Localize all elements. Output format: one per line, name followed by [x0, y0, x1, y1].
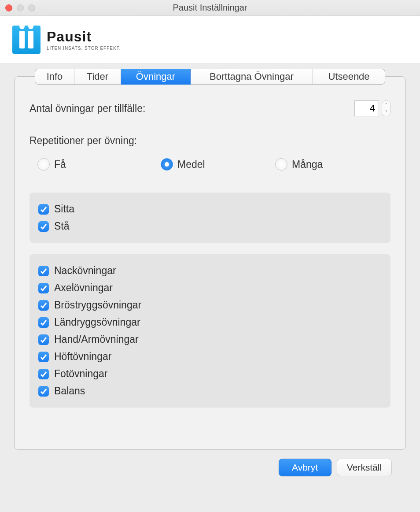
tab-container: Info Tider Övningar Borttagna Övningar U… [14, 76, 406, 450]
count-label: Antal övningar per tillfälle: [29, 103, 145, 115]
check-icon [40, 319, 47, 326]
checkbox-sitta-label: Sitta [54, 203, 74, 215]
app-logo-text: Pausit LITEN INSATS. STOR EFFEKT. [47, 29, 121, 51]
checkbox-axel-box [38, 283, 49, 293]
check-icon [40, 206, 47, 213]
count-row: Antal övningar per tillfälle: ˄ ˅ [29, 100, 391, 116]
radio-few[interactable]: Få [37, 158, 161, 171]
radio-medium[interactable]: Medel [161, 158, 275, 171]
radio-few-indicator [37, 158, 50, 171]
window-controls [5, 4, 35, 11]
content-area: Info Tider Övningar Borttagna Övningar U… [0, 64, 420, 512]
check-icon [40, 267, 47, 275]
count-stepper[interactable]: ˄ ˅ [382, 100, 391, 116]
window-title: Pausit Inställningar [5, 3, 415, 13]
reps-radio-group: Få Medel Många [29, 158, 391, 171]
minimize-window-button[interactable] [17, 4, 24, 11]
radio-many[interactable]: Många [275, 158, 323, 171]
close-window-button[interactable] [5, 4, 12, 11]
checkbox-handarm-label: Hand/Armövningar [54, 334, 139, 345]
tabs-row: Info Tider Övningar Borttagna Övningar U… [35, 69, 385, 85]
checkbox-fot-label: Fotövningar [54, 368, 107, 380]
checkbox-hoft-label: Höftövningar [54, 351, 111, 363]
footer-buttons: Avbryt Verkställ [14, 450, 406, 486]
checkbox-hoft[interactable]: Höftövningar [38, 348, 382, 365]
app-logo-icon [12, 26, 41, 54]
checkbox-sitta-box [38, 204, 49, 215]
check-icon [40, 223, 47, 230]
tab-body-ovningar: Antal övningar per tillfälle: ˄ ˅ Repeti… [15, 77, 405, 428]
radio-many-label: Många [292, 159, 323, 171]
checkbox-brostrygg-label: Bröstryggsövningar [54, 299, 141, 311]
checkbox-nack[interactable]: Nackövningar [38, 262, 382, 279]
checkbox-brostrygg-box [38, 300, 49, 311]
checkbox-handarm[interactable]: Hand/Armövningar [38, 331, 382, 348]
positions-group: Sitta Stå [29, 193, 391, 243]
categories-group: Nackövningar Axelövningar Bröstryggsövni… [29, 254, 391, 408]
titlebar: Pausit Inställningar [0, 0, 420, 16]
check-icon [40, 353, 47, 360]
checkbox-balans-box [38, 386, 49, 397]
radio-medium-label: Medel [177, 159, 205, 171]
zoom-window-button[interactable] [28, 4, 35, 11]
count-input[interactable] [354, 100, 379, 116]
check-icon [40, 388, 47, 395]
checkbox-landrygg[interactable]: Ländryggsövningar [38, 314, 382, 331]
tab-info[interactable]: Info [35, 69, 74, 85]
tab-utseende[interactable]: Utseende [313, 69, 385, 85]
checkbox-fot[interactable]: Fotövningar [38, 365, 382, 382]
chevron-up-icon: ˄ [385, 102, 387, 107]
checkbox-landrygg-box [38, 317, 49, 328]
check-icon [40, 302, 47, 309]
checkbox-nack-label: Nackövningar [54, 265, 116, 277]
checkbox-fot-box [38, 369, 49, 379]
check-icon [40, 285, 47, 292]
checkbox-sitta[interactable]: Sitta [38, 200, 382, 218]
checkbox-sta[interactable]: Stå [38, 218, 382, 235]
logo-tagline: LITEN INSATS. STOR EFFEKT. [47, 46, 121, 51]
radio-many-indicator [275, 158, 287, 171]
checkbox-landrygg-label: Ländryggsövningar [54, 316, 140, 328]
cancel-button[interactable]: Avbryt [279, 459, 332, 476]
apply-button[interactable]: Verkställ [337, 459, 392, 476]
chevron-down-icon: ˅ [385, 110, 387, 115]
check-icon [40, 336, 47, 343]
checkbox-balans[interactable]: Balans [38, 382, 382, 400]
radio-medium-indicator [161, 158, 173, 171]
checkbox-balans-label: Balans [54, 385, 85, 397]
settings-window: Pausit Inställningar Pausit LITEN INSATS… [0, 0, 420, 512]
tab-tider[interactable]: Tider [74, 69, 121, 85]
check-icon [40, 371, 47, 378]
checkbox-axel-label: Axelövningar [54, 282, 113, 294]
checkbox-axel[interactable]: Axelövningar [38, 279, 382, 297]
reps-label: Repetitioner per övning: [29, 135, 391, 147]
checkbox-brostrygg[interactable]: Bröstryggsövningar [38, 297, 382, 314]
radio-few-label: Få [54, 159, 66, 171]
checkbox-sta-label: Stå [54, 220, 70, 232]
count-spinner: ˄ ˅ [354, 100, 391, 116]
tab-borttagna-ovningar[interactable]: Borttagna Övningar [191, 69, 313, 85]
checkbox-sta-box [38, 221, 49, 232]
checkbox-nack-box [38, 266, 49, 276]
checkbox-handarm-box [38, 334, 49, 345]
checkbox-hoft-box [38, 352, 49, 362]
tab-ovningar[interactable]: Övningar [121, 69, 191, 85]
logo-area: Pausit LITEN INSATS. STOR EFFEKT. [0, 16, 420, 64]
logo-main: Pausit [47, 29, 121, 45]
